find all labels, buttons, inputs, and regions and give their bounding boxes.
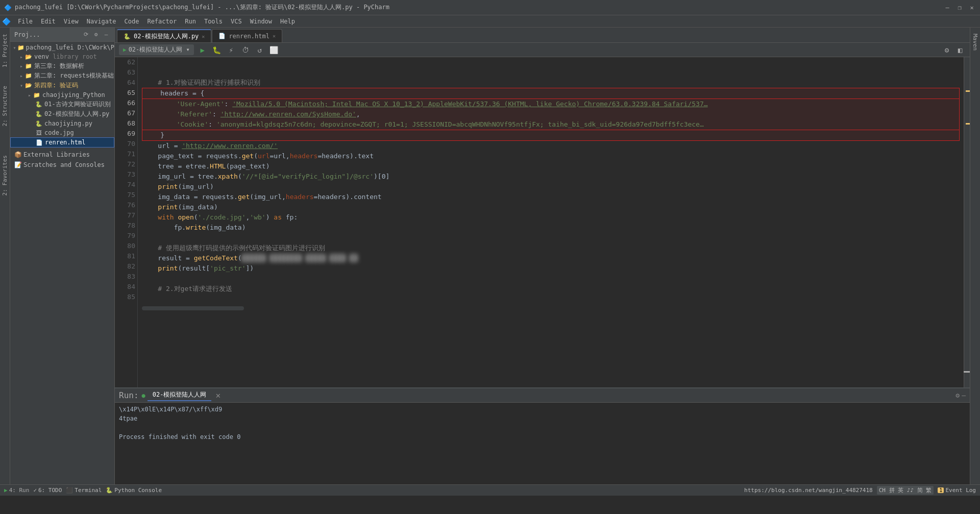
settings-btn[interactable]: ⚙ — [941, 44, 952, 56]
ime-text: CH 拼 英 ♪♪ 简 繁 — [879, 486, 932, 494]
menu-vcs[interactable]: VCS — [227, 17, 246, 26]
line-num: 63 — [117, 67, 135, 78]
horizontal-scrollbar[interactable] — [142, 306, 244, 310]
scratches-item[interactable]: 📝 Scratches and Consoles — [10, 160, 114, 170]
reload-button[interactable]: ↺ — [254, 44, 265, 56]
menu-window[interactable]: Window — [246, 17, 276, 26]
tree-item-root[interactable]: ▾ 📁 pachong_lufei D:\CWork\P — [10, 43, 114, 52]
menu-navigate[interactable]: Navigate — [83, 17, 120, 26]
tree-arrow-ch4: ▾ — [18, 83, 24, 88]
sidebar-sync-icon[interactable]: ⟳ — [82, 31, 90, 39]
debug-button[interactable]: 🐛 — [211, 44, 223, 56]
bottom-collapse-icon[interactable]: — — [962, 391, 966, 399]
tab-renren-html[interactable]: 📄 renren.html ✕ — [212, 29, 282, 42]
code-line-83 — [142, 274, 960, 284]
code-line-64: # 1.对验证码图片进行捕获和识别 — [142, 78, 960, 88]
terminal-status[interactable]: ⬛ Terminal — [66, 487, 102, 494]
tree-item-f01[interactable]: 🐍 01-古诗文网验证码识别 — [10, 100, 114, 109]
py-icon-02: 🐍 — [35, 110, 43, 118]
tree-item-chaojiying2[interactable]: 🐍 chaojiying.py — [10, 119, 114, 128]
run-config-icon: ▶ — [123, 46, 127, 53]
menu-tools[interactable]: Tools — [200, 17, 227, 26]
run-tab-close[interactable]: ✕ — [215, 390, 220, 400]
code-body[interactable]: # 1.对验证码图片进行捕获和识别 headers = { 'User-Agen… — [138, 57, 964, 387]
line-num: 72 — [117, 159, 135, 169]
favorites-tab[interactable]: 2: Favorites — [1, 151, 9, 200]
comment-84: # 2.对get请求进行发送 — [142, 285, 232, 292]
maven-tab[interactable]: Maven — [971, 30, 979, 55]
sidebar: Proj... ⟳ ⚙ — ▾ 📁 pachong_lufei D:\CWork… — [10, 28, 115, 484]
ime-status[interactable]: CH 拼 英 ♪♪ 简 繁 — [877, 486, 934, 495]
ch3-folder-icon: 📁 — [24, 62, 33, 70]
menu-edit[interactable]: Edit — [37, 17, 60, 26]
python-console-status[interactable]: 🐍 Python Console — [106, 487, 162, 494]
tree-item-renren[interactable]: 📄 renren.html — [10, 137, 114, 148]
tree-item-ch2[interactable]: ▸ 📁 第二章: requests模块基础 — [10, 71, 114, 81]
run-status-icon[interactable]: ▶ 4: Run — [4, 487, 29, 494]
bottom-tab-bar: Run: ● 02-模拟登陆人人网 ✕ ⚙ — — [115, 388, 970, 403]
tab-close-main[interactable]: ✕ — [202, 34, 205, 39]
tree-item-chaojiying[interactable]: ▸ 📁 chaojiying_Python — [10, 90, 114, 100]
line-num: 82 — [117, 261, 135, 272]
code-line-77: with open('./code.jpg','wb') as fp: — [142, 212, 960, 223]
menu-bar: 🔷 File Edit View Navigate Code Refactor … — [0, 15, 980, 28]
tab-main-py[interactable]: 🐍 02-模拟登陆人人网.py ✕ — [117, 29, 211, 42]
run-button[interactable]: ▶ — [197, 44, 208, 56]
code-line-66: 'User-Agent': 'Mozilla/5.0 (Macintosh; I… — [142, 99, 960, 109]
tree-item-ch4[interactable]: ▾ 📂 第四章: 验证码 — [10, 81, 114, 90]
menu-refactor[interactable]: Refactor — [143, 17, 181, 26]
maximize-button[interactable]: ❐ — [955, 4, 964, 12]
run-with-coverage-button[interactable]: ⚡ — [226, 44, 237, 56]
py-icon-01: 🐍 — [35, 101, 43, 109]
tree-item-venv[interactable]: ▸ 📂 venv library root — [10, 52, 114, 61]
line-num: 73 — [117, 169, 135, 180]
profile-button[interactable]: ⏱ — [240, 44, 251, 56]
sidebar-collapse-icon[interactable]: — — [102, 31, 110, 39]
menu-code[interactable]: Code — [120, 17, 143, 26]
tree-item-ch3[interactable]: ▸ 📁 第三章: 数据解析 — [10, 61, 114, 71]
menu-run[interactable]: Run — [181, 17, 200, 26]
external-libraries-item[interactable]: 📦 External Libraries — [10, 150, 114, 160]
run-label: Run: — [119, 390, 139, 400]
stop-button[interactable]: ⬜ — [268, 44, 280, 56]
url-status[interactable]: https://blog.csdn.net/wangjin_44827418 — [744, 487, 873, 494]
run-toolbar: ▶ 02-模拟登陆人人网 ▾ ▶ 🐛 ⚡ ⏱ ↺ ⬜ ⚙ ◧ — [115, 43, 970, 57]
todo-status[interactable]: ✓ 6: TODO — [33, 487, 62, 494]
collapse-btn[interactable]: ◧ — [954, 44, 966, 56]
todo-icon: ✓ — [33, 487, 37, 494]
run-tab-icon: ● — [142, 392, 145, 399]
minimize-button[interactable]: — — [943, 4, 951, 12]
close-button[interactable]: ✕ — [968, 4, 976, 12]
tree-item-f02[interactable]: 🐍 02-模拟登陆人人网.py — [10, 109, 114, 119]
code-line-68: 'Cookie': 'anonymid=klgdsqz5n7c6dn; depo… — [142, 119, 960, 130]
event-log-status[interactable]: 1 Event Log — [938, 487, 976, 494]
run-tab[interactable]: 02-模拟登陆人人网 — [148, 389, 212, 401]
event-badge: 1 — [938, 487, 944, 493]
line-num: 62 — [117, 57, 135, 67]
python-console-icon: 🐍 — [106, 487, 113, 494]
structure-tab[interactable]: 2: Structure — [1, 82, 9, 130]
bottom-gear-icon[interactable]: ⚙ — [955, 391, 960, 399]
terminal-label: Terminal — [75, 487, 102, 494]
code-line-76: print(img_data) — [142, 202, 960, 212]
external-icon: 📦 — [14, 151, 21, 158]
code-line-72: tree = etree.HTML(page_text) — [142, 161, 960, 172]
tree-label-chaojiying2: chaojiying.py — [44, 120, 92, 127]
run-config-dropdown[interactable]: ▶ 02-模拟登陆人人网 ▾ — [119, 44, 194, 55]
code-line-81: result = getCodeText(██████ ████████ ███… — [142, 253, 960, 263]
project-tab[interactable]: 1: Project — [1, 30, 9, 71]
external-libraries-label: External Libraries — [23, 151, 90, 158]
tab-close-renren[interactable]: ✕ — [273, 33, 276, 39]
output-line-4: Process finished with exit code 0 — [119, 432, 966, 442]
menu-file[interactable]: File — [14, 17, 37, 26]
py-tab-icon: 🐍 — [124, 33, 131, 40]
tree-item-code[interactable]: 🖼 code.jpg — [10, 128, 114, 137]
menu-view[interactable]: View — [60, 17, 83, 26]
tree-label-code: code.jpg — [44, 129, 74, 136]
sidebar-settings-icon[interactable]: ⚙ — [92, 31, 100, 39]
menu-help[interactable]: Help — [276, 17, 299, 26]
line-num: 81 — [117, 251, 135, 261]
app-icon: 🔷 — [4, 4, 12, 11]
bottom-output[interactable]: \x14P\x0lE\x14P\x87/\xff\xd9 4tpae Proce… — [115, 403, 970, 484]
comment-80: # 使用超级鹰打码提供的示例代码对验证码图片进行识别 — [142, 244, 325, 252]
